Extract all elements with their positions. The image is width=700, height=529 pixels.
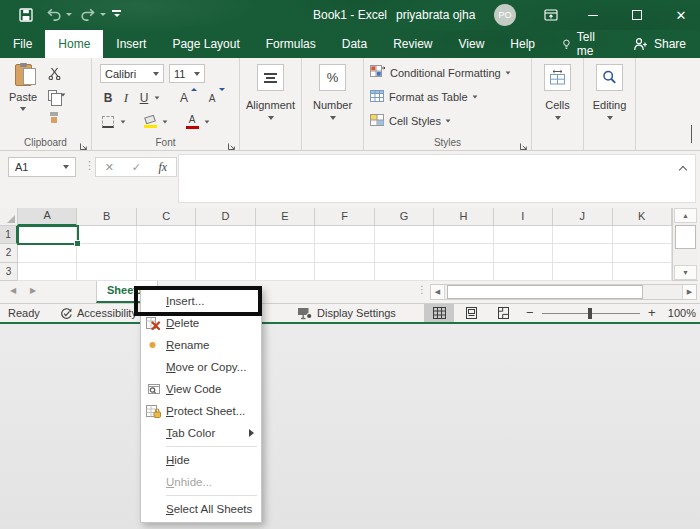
- page-break-preview-button[interactable]: [488, 304, 518, 322]
- accessibility-checker[interactable]: Accessibility: [60, 304, 137, 322]
- scroll-down-button[interactable]: ▼: [674, 265, 697, 280]
- cell-G3[interactable]: [375, 263, 434, 281]
- formula-input[interactable]: [178, 154, 696, 203]
- user-avatar[interactable]: PO: [494, 4, 516, 26]
- scroll-up-button[interactable]: ▲: [674, 208, 697, 223]
- column-header-E[interactable]: E: [256, 208, 315, 226]
- row-header-1[interactable]: 1: [0, 226, 18, 244]
- name-box-dropdown-icon[interactable]: [63, 165, 69, 169]
- cell-B2[interactable]: [77, 244, 136, 262]
- zoom-slider-thumb[interactable]: [588, 308, 592, 319]
- tab-help[interactable]: Help: [497, 30, 548, 58]
- minimize-button[interactable]: [578, 0, 608, 30]
- font-color-dropdown-icon[interactable]: [205, 120, 210, 123]
- number-button[interactable]: % Number: [302, 64, 363, 120]
- tab-page-layout[interactable]: Page Layout: [159, 30, 252, 58]
- cell-A3[interactable]: [18, 263, 77, 281]
- bold-button[interactable]: B: [100, 90, 116, 106]
- zoom-in-button[interactable]: +: [648, 304, 656, 322]
- tab-file[interactable]: File: [0, 30, 45, 58]
- collapse-ribbon-button[interactable]: [691, 126, 692, 144]
- font-name-combo[interactable]: Calibri: [100, 64, 164, 83]
- cell-C2[interactable]: [137, 244, 196, 262]
- cut-button[interactable]: [48, 66, 66, 80]
- copy-button[interactable]: [48, 88, 66, 102]
- cell-F2[interactable]: [315, 244, 374, 262]
- vertical-scrollbar[interactable]: ▲ ▼: [672, 208, 698, 281]
- borders-button[interactable]: [100, 114, 116, 130]
- ribbon-display-options-button[interactable]: [536, 0, 566, 30]
- font-dialog-launcher[interactable]: [227, 137, 237, 147]
- cells-button[interactable]: Cells: [532, 64, 583, 120]
- menu-item-move-or-copy[interactable]: Move or Copy...: [141, 356, 261, 378]
- cell-A1[interactable]: [18, 226, 77, 244]
- underline-dropdown-icon[interactable]: [155, 96, 160, 99]
- menu-item-tab-color[interactable]: Tab Color: [141, 422, 261, 444]
- tell-me-button[interactable]: Tell me: [548, 30, 619, 58]
- expand-formula-bar-icon[interactable]: [679, 166, 687, 174]
- scroll-left-button[interactable]: ◀: [431, 285, 445, 299]
- user-name[interactable]: priyabrata ojha: [396, 0, 475, 30]
- cell-K3[interactable]: [613, 263, 672, 281]
- shrink-font-button[interactable]: A: [204, 90, 220, 106]
- column-header-H[interactable]: H: [434, 208, 493, 226]
- cell-J2[interactable]: [553, 244, 612, 262]
- zoom-slider[interactable]: [542, 313, 640, 314]
- cell-F1[interactable]: [315, 226, 374, 244]
- cell-H2[interactable]: [434, 244, 493, 262]
- zoom-level[interactable]: 100%: [662, 304, 696, 322]
- column-header-F[interactable]: F: [315, 208, 374, 226]
- cell-H3[interactable]: [434, 263, 493, 281]
- next-sheet-button[interactable]: ▶: [30, 286, 36, 295]
- enter-button[interactable]: ✓: [132, 161, 141, 174]
- column-header-J[interactable]: J: [553, 208, 612, 226]
- vertical-scrollbar-thumb[interactable]: [675, 225, 696, 249]
- cancel-button[interactable]: ✕: [105, 161, 114, 174]
- normal-view-button[interactable]: [424, 304, 454, 322]
- cell-D1[interactable]: [196, 226, 255, 244]
- column-header-C[interactable]: C: [137, 208, 196, 226]
- cell-B1[interactable]: [77, 226, 136, 244]
- column-header-K[interactable]: K: [613, 208, 672, 226]
- column-header-B[interactable]: B: [77, 208, 136, 226]
- insert-function-button[interactable]: fx: [159, 160, 168, 175]
- horizontal-scrollbar-thumb[interactable]: [447, 285, 643, 299]
- cell-H1[interactable]: [434, 226, 493, 244]
- italic-button[interactable]: I: [118, 90, 134, 106]
- menu-item-unhide[interactable]: Unhide...: [141, 471, 261, 493]
- cell-K1[interactable]: [613, 226, 672, 244]
- cell-C3[interactable]: [137, 263, 196, 281]
- column-header-A[interactable]: A: [18, 208, 77, 226]
- cell-B3[interactable]: [77, 263, 136, 281]
- menu-item-view-code[interactable]: View Code: [141, 378, 261, 400]
- styles-dialog-launcher[interactable]: [519, 137, 529, 147]
- grow-font-button[interactable]: A: [176, 90, 192, 106]
- cell-G2[interactable]: [375, 244, 434, 262]
- cell-A2[interactable]: [18, 244, 77, 262]
- font-color-button[interactable]: A: [184, 114, 200, 130]
- menu-item-select-all-sheets[interactable]: Select All Sheets: [141, 498, 261, 520]
- scroll-right-button[interactable]: ▶: [682, 285, 696, 299]
- close-button[interactable]: ✕: [666, 0, 696, 30]
- menu-item-rename[interactable]: Rename: [141, 334, 261, 356]
- previous-sheet-button[interactable]: ◀: [10, 286, 16, 295]
- cell-D3[interactable]: [196, 263, 255, 281]
- row-header-2[interactable]: 2: [0, 244, 18, 262]
- alignment-button[interactable]: Alignment: [240, 64, 301, 120]
- paste-button[interactable]: Paste: [5, 64, 41, 134]
- display-settings-button[interactable]: Display Settings: [297, 304, 396, 322]
- cell-G1[interactable]: [375, 226, 434, 244]
- tab-home[interactable]: Home: [45, 30, 103, 58]
- cell-E2[interactable]: [256, 244, 315, 262]
- cell-I3[interactable]: [494, 263, 553, 281]
- fill-color-dropdown-icon[interactable]: [163, 120, 168, 123]
- conditional-formatting-button[interactable]: Conditional Formatting: [370, 61, 511, 85]
- cell-C1[interactable]: [137, 226, 196, 244]
- format-painter-button[interactable]: [48, 110, 66, 124]
- tab-review[interactable]: Review: [380, 30, 445, 58]
- maximize-button[interactable]: [622, 0, 652, 30]
- cell-J1[interactable]: [553, 226, 612, 244]
- cell-J3[interactable]: [553, 263, 612, 281]
- share-button[interactable]: Share: [619, 37, 700, 51]
- column-header-I[interactable]: I: [494, 208, 553, 226]
